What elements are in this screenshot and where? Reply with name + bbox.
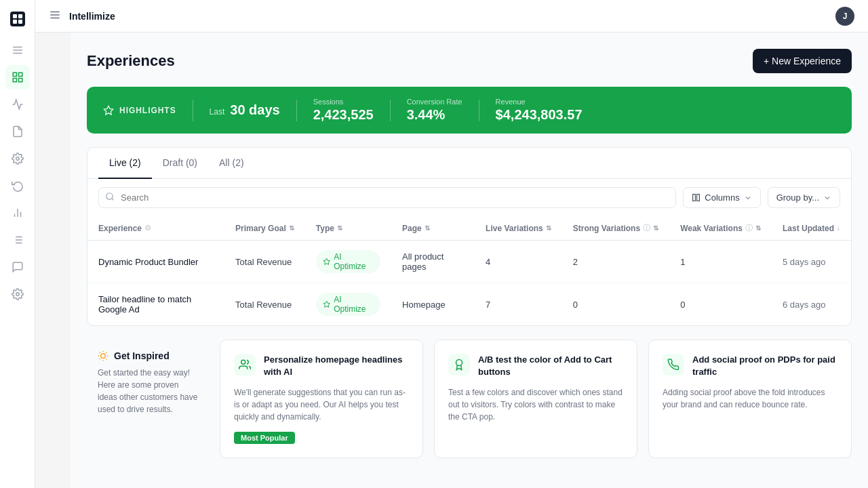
svg-point-27 — [106, 192, 113, 199]
highlights-period: Last 30 days — [210, 102, 280, 118]
svg-marker-26 — [104, 106, 113, 115]
svg-line-40 — [100, 359, 100, 359]
cell-page-1: Homepage — [391, 283, 475, 326]
col-header-last-updated[interactable]: Last Updated ↓ — [772, 216, 851, 241]
search-wrapper — [98, 187, 676, 208]
inspired-card[interactable]: Add social proof on PDPs for paid traffi… — [648, 340, 852, 458]
sidebar-item-messages[interactable] — [5, 255, 30, 279]
sidebar — [0, 0, 35, 488]
svg-rect-2 — [18, 14, 22, 18]
type-sort-icon: ⇅ — [337, 224, 342, 232]
col-header-weak-variations[interactable]: Weak Variations ⓘ ⇅ — [669, 216, 772, 241]
svg-point-43 — [456, 360, 462, 366]
inspired-card-icon-2 — [663, 354, 684, 375]
svg-line-28 — [112, 198, 114, 200]
inspired-icon — [98, 350, 108, 361]
cell-strong-1: 0 — [562, 283, 669, 326]
inspired-intro: Get Inspired Get started the easy way! H… — [87, 340, 209, 458]
svg-rect-10 — [13, 79, 16, 82]
hamburger-icon[interactable] — [49, 9, 61, 24]
divider-1 — [193, 100, 193, 121]
inspired-section: Get Inspired Get started the easy way! H… — [87, 340, 852, 458]
cell-updated-1: 6 days ago — [772, 283, 851, 326]
columns-button[interactable]: Columns — [683, 187, 760, 208]
sidebar-item-menu[interactable] — [5, 38, 30, 62]
strong-var-info-icon: ⓘ — [643, 223, 650, 233]
col-header-type[interactable]: Type ⇅ — [305, 216, 391, 241]
svg-point-33 — [101, 354, 106, 359]
svg-rect-29 — [693, 195, 696, 201]
sidebar-item-filter[interactable] — [5, 228, 30, 252]
divider-4 — [479, 100, 479, 121]
inspired-card-body-0: We'll generate suggestions that you can … — [234, 386, 409, 423]
svg-rect-3 — [13, 20, 17, 24]
inspired-header: Get Inspired — [98, 350, 198, 361]
cell-type-0: AI Optimize — [305, 241, 391, 283]
tab-live[interactable]: Live (2) — [98, 148, 152, 179]
strong-var-sort-icon: ⇅ — [653, 224, 658, 232]
new-experience-button[interactable]: + New Experience — [753, 49, 852, 73]
weak-var-sort-icon: ⇅ — [755, 224, 761, 232]
sidebar-item-history[interactable] — [5, 174, 30, 198]
col-header-strong-variations[interactable]: Strong Variations ⓘ ⇅ — [562, 216, 669, 241]
cell-weak-1: 0 — [669, 283, 772, 326]
col-header-experience[interactable]: Experience ⚙ — [87, 216, 224, 241]
columns-chevron-icon — [744, 194, 752, 202]
most-popular-badge: Most Popular — [234, 432, 295, 444]
svg-point-42 — [241, 360, 245, 364]
live-var-sort-icon: ⇅ — [546, 224, 551, 232]
highlights-label: HIGHLIGHTS — [103, 105, 176, 116]
user-avatar[interactable]: J — [835, 7, 854, 26]
highlights-sessions: Sessions 2,423,525 — [313, 98, 374, 123]
inspired-card-header-0: Personalize homepage headlines with AI — [234, 354, 409, 378]
svg-line-37 — [106, 359, 106, 359]
sidebar-item-reports[interactable] — [5, 119, 30, 144]
divider-3 — [390, 100, 391, 121]
inspired-card[interactable]: A/B test the color of Add to Cart button… — [434, 340, 637, 458]
cell-updated-0: 5 days ago — [772, 241, 851, 283]
svg-rect-11 — [18, 79, 22, 82]
cell-goal-1: Total Revenue — [224, 283, 305, 326]
col-header-page[interactable]: Page ⇅ — [391, 216, 475, 241]
cell-page-0: All product pages — [391, 241, 475, 283]
search-input[interactable] — [98, 187, 676, 208]
cell-experience-1: Tailor headline to match Google Ad — [87, 283, 224, 326]
sidebar-item-dashboard[interactable] — [5, 65, 30, 89]
inspired-card-icon-0 — [234, 354, 256, 375]
page-sort-icon: ⇅ — [425, 224, 430, 232]
last-updated-sort-icon: ↓ — [837, 224, 840, 232]
sidebar-item-settings[interactable] — [5, 146, 30, 171]
experiences-table-card: Live (2) Draft (0) All (2) Columns Group… — [87, 147, 852, 326]
table-row[interactable]: Tailor headline to match Google Ad Total… — [87, 283, 851, 326]
inspired-card-header-2: Add social proof on PDPs for paid traffi… — [663, 354, 837, 378]
search-icon — [105, 192, 115, 204]
sidebar-item-experiments[interactable] — [5, 201, 30, 225]
page-title: Experiences — [87, 52, 175, 70]
inspired-card-title-1: A/B test the color of Add to Cart button… — [478, 354, 623, 378]
app-name: Intellimize — [69, 11, 115, 22]
highlights-revenue: Revenue $4,243,803.57 — [496, 98, 583, 123]
highlights-conversion: Conversion Rate 3.44% — [407, 98, 462, 123]
tab-draft[interactable]: Draft (0) — [152, 148, 208, 179]
cell-weak-0: 1 — [669, 241, 772, 283]
weak-var-info-icon: ⓘ — [745, 223, 753, 233]
app-logo — [7, 8, 28, 30]
main-content: Experiences + New Experience HIGHLIGHTS … — [71, 33, 868, 488]
svg-point-12 — [16, 157, 19, 161]
inspired-card-icon-1 — [448, 354, 470, 375]
table-controls: Columns Group by... — [87, 179, 851, 216]
sidebar-item-config[interactable] — [5, 282, 30, 306]
inspired-card[interactable]: Personalize homepage headlines with AI W… — [220, 340, 423, 458]
col-header-live-variations[interactable]: Live Variations ⇅ — [475, 216, 562, 241]
col-header-primary-goal[interactable]: Primary Goal ⇅ — [224, 216, 305, 241]
sidebar-item-chart[interactable] — [5, 92, 30, 117]
cell-type-1: AI Optimize — [305, 283, 391, 326]
experiences-table: Experience ⚙ Primary Goal ⇅ Type ⇅ — [87, 216, 851, 325]
highlights-banner: HIGHLIGHTS Last 30 days Sessions 2,423,5… — [87, 87, 852, 134]
page-header: Experiences + New Experience — [87, 49, 852, 73]
groupby-button[interactable]: Group by... — [768, 187, 840, 208]
svg-rect-1 — [13, 14, 17, 18]
table-row[interactable]: Dynamic Product Bundler Total Revenue AI… — [87, 241, 851, 283]
inspired-card-body-1: Test a few colors and discover which one… — [448, 386, 623, 423]
tab-all[interactable]: All (2) — [208, 148, 255, 179]
